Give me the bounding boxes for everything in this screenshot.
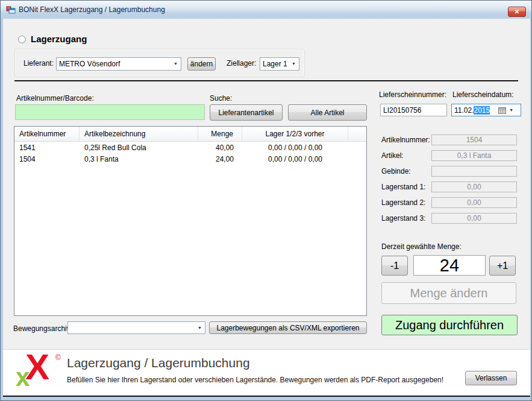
app-window: BONit FlexX Lagerzugang / Lagerumbuchung… [0, 0, 532, 401]
detail-gebinde-label: Gebinde: [381, 167, 411, 175]
detail-lagerstand2-value: 0,00 [431, 197, 517, 208]
lieferant-value: METRO Vösendorf [59, 60, 120, 68]
detail-artikel-value: 0,3 l Fanta [431, 150, 517, 161]
bewegungsarchiv-label: Bewegungsarchiv: [13, 324, 72, 333]
export-csv-xml-button[interactable]: Lagerbewegungen als CSV/XML exportieren [209, 321, 367, 334]
col-empty [348, 127, 366, 141]
cell-artikelnummer: 1504 [14, 155, 80, 165]
chevron-down-icon[interactable]: ▼ [174, 62, 178, 66]
cell-artikelnummer: 1541 [14, 144, 80, 153]
lieferscheindatum-picker[interactable]: 11.02.2015 ▼ [451, 104, 521, 116]
cell-bezeichnung: 0,3 l Fanta [80, 155, 198, 165]
bewegungsarchiv-combobox[interactable]: ▼ [67, 321, 205, 334]
app-icon [6, 5, 16, 14]
copyright-icon: © [55, 353, 61, 362]
radio-icon[interactable] [18, 36, 26, 43]
suche-label: Suche: [210, 94, 232, 103]
logo-x-red: X [25, 346, 49, 388]
client-area: Lagerzugang Lieferant: METRO Vösendorf ▼… [3, 19, 530, 397]
lieferscheinnummer-value: LI20150756 [383, 106, 421, 115]
ziellager-label: Ziellager: [227, 59, 256, 68]
section-divider [14, 80, 518, 81]
footer-panel: x X © Lagerzugang / Lagerumbuchung Befül… [3, 349, 530, 397]
barcode-label: Artikelnummer/Barcode: [16, 94, 94, 103]
cell-lager: 0,00 / 0,00 / 0,00 [242, 144, 348, 153]
calendar-icon[interactable] [498, 107, 506, 114]
mode-radio-lagerzugang[interactable]: Lagerzugang [18, 34, 87, 45]
date-selected-part: 2015 [474, 106, 490, 115]
detail-artikelnummer-value: 1504 [431, 134, 517, 145]
date-prefix: 11.02. [454, 106, 474, 115]
table-row[interactable]: 1541 0,25l Red Bull Cola 40,00 0,00 / 0,… [14, 144, 366, 153]
lieferantenartikel-button[interactable]: Lieferantenartikel [210, 104, 283, 121]
verlassen-button[interactable]: Verlassen [465, 371, 517, 385]
menge-aendern-button: Menge ändern [381, 282, 516, 304]
barcode-input[interactable] [15, 104, 205, 120]
chevron-down-icon[interactable]: ▼ [509, 108, 513, 112]
window-title: BONit FlexX Lagerzugang / Lagerumbuchung [19, 5, 165, 14]
detail-lagerstand2-label: Lagerstand 2: [381, 198, 425, 207]
detail-gebinde-value [431, 166, 517, 177]
close-button[interactable]: ✕ [508, 7, 526, 17]
cell-menge: 24,00 [198, 155, 242, 165]
cell-bezeichnung: 0,25l Red Bull Cola [80, 144, 198, 153]
detail-lagerstand3-value: 0,00 [431, 213, 517, 224]
chevron-down-icon[interactable]: ▼ [198, 326, 202, 330]
cell-lager: 0,00 / 0,00 / 0,00 [242, 155, 348, 165]
detail-lagerstand3-label: Lagerstand 3: [381, 214, 425, 223]
decrement-button[interactable]: -1 [381, 256, 408, 276]
detail-artikel-label: Artikel: [381, 151, 404, 160]
chevron-down-icon[interactable]: ▼ [292, 62, 296, 66]
detail-lagerstand1-label: Lagerstand 1: [381, 183, 425, 191]
aendern-button[interactable]: ändern [187, 57, 216, 71]
lieferant-label: Lieferant: [23, 59, 54, 68]
ziellager-value: Lager 1 [263, 60, 287, 68]
table-header: Artikelnummer Artikelbezeichnung Menge L… [14, 127, 366, 142]
lieferscheindatum-label: Lieferscheindatum: [452, 90, 513, 99]
col-artikelnummer[interactable]: Artikelnummer [14, 127, 80, 141]
col-lager-vorher[interactable]: Lager 1/2/3 vorher [242, 127, 348, 141]
alle-artikel-button[interactable]: Alle Artikel [288, 104, 367, 121]
increment-button[interactable]: +1 [489, 256, 516, 276]
menge-label: Derzeit gewählte Menge: [381, 242, 462, 251]
lieferant-combobox[interactable]: METRO Vösendorf ▼ [56, 57, 181, 71]
title-bar: BONit FlexX Lagerzugang / Lagerumbuchung… [1, 1, 531, 19]
bonit-logo: x X © [16, 353, 65, 393]
radio-label: Lagerzugang [31, 34, 87, 44]
quantity-value[interactable]: 24 [413, 255, 486, 276]
lieferscheinnummer-label: Lieferscheinnummer: [379, 90, 446, 99]
footer-subtext: Befüllen Sie hier Ihren Lagerstand oder … [67, 376, 443, 384]
items-table[interactable]: Artikelnummer Artikelbezeichnung Menge L… [14, 126, 367, 316]
lieferscheinnummer-input[interactable]: LI20150756 [380, 104, 447, 116]
detail-artikelnummer-label: Artikelnummer: [381, 136, 430, 144]
ziellager-combobox[interactable]: Lager 1 ▼ [260, 57, 299, 71]
cell-menge: 40,00 [198, 144, 242, 153]
detail-lagerstand1-value: 0,00 [431, 182, 517, 192]
col-menge[interactable]: Menge [198, 127, 242, 141]
table-row[interactable]: 1504 0,3 l Fanta 24,00 0,00 / 0,00 / 0,0… [14, 155, 366, 165]
zugang-durchfuehren-button[interactable]: Zugang durchführen [381, 315, 518, 335]
footer-heading: Lagerzugang / Lagerumbuchung [67, 356, 250, 370]
col-artikelbezeichnung[interactable]: Artikelbezeichnung [80, 127, 198, 141]
